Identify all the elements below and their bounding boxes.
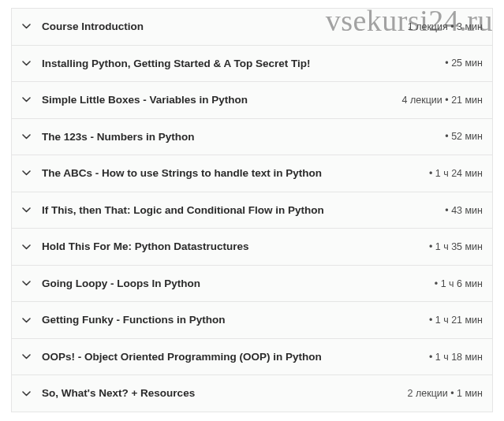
section-meta: • 52 мин xyxy=(445,131,483,142)
section-row[interactable]: So, What's Next? + Resources2 лекции • 1… xyxy=(11,374,493,412)
section-meta: • 25 мин xyxy=(445,58,483,69)
section-title: Hold This For Me: Python Datastructures xyxy=(42,240,249,254)
section-row-left: The 123s - Numbers in Python xyxy=(21,130,437,144)
section-title: Going Loopy - Loops In Python xyxy=(42,277,200,291)
section-row-left: OOPs! - Object Oriented Programming (OOP… xyxy=(21,350,421,364)
section-title: So, What's Next? + Resources xyxy=(42,386,195,401)
section-row-left: Hold This For Me: Python Datastructures xyxy=(21,240,421,254)
chevron-down-icon xyxy=(21,315,31,325)
section-title: OOPs! - Object Oriented Programming (OOP… xyxy=(42,350,322,364)
section-meta: • 43 мин xyxy=(445,205,483,216)
section-title: Getting Funky - Functions in Python xyxy=(42,313,226,327)
section-meta: • 1 ч 24 мин xyxy=(429,168,483,179)
chevron-down-icon xyxy=(21,242,31,251)
section-row[interactable]: Hold This For Me: Python Datastructures•… xyxy=(11,228,493,266)
section-row-left: The ABCs - How to use Strings to handle … xyxy=(21,166,421,181)
section-row-left: Getting Funky - Functions in Python xyxy=(21,313,421,327)
section-row-left: So, What's Next? + Resources xyxy=(21,386,400,401)
section-title: Simple Little Boxes - Variables in Pytho… xyxy=(42,93,248,107)
section-row-left: Going Loopy - Loops In Python xyxy=(21,277,427,291)
section-row[interactable]: Simple Little Boxes - Variables in Pytho… xyxy=(11,81,493,119)
section-meta: • 1 ч 6 мин xyxy=(435,278,483,289)
chevron-down-icon xyxy=(21,169,31,178)
section-title: The 123s - Numbers in Python xyxy=(42,130,195,144)
section-row-left: Installing Python, Getting Started & A T… xyxy=(21,57,437,71)
section-meta: • 1 ч 18 мин xyxy=(429,352,483,363)
section-row[interactable]: The ABCs - How to use Strings to handle … xyxy=(11,155,493,192)
section-row[interactable]: If This, then That: Logic and Conditiona… xyxy=(11,192,493,229)
section-title: The ABCs - How to use Strings to handle … xyxy=(42,166,322,181)
chevron-down-icon xyxy=(21,58,31,68)
section-row[interactable]: Getting Funky - Functions in Python• 1 ч… xyxy=(11,301,493,339)
course-section-list: Course Introduction1 лекция • 3 минInsta… xyxy=(11,8,493,412)
section-row-left: Course Introduction xyxy=(21,20,400,34)
section-row-left: If This, then That: Logic and Conditiona… xyxy=(21,203,437,218)
section-row[interactable]: Course Introduction1 лекция • 3 мин xyxy=(11,8,493,46)
chevron-down-icon xyxy=(21,279,31,289)
section-title: Installing Python, Getting Started & A T… xyxy=(42,57,311,71)
section-row-left: Simple Little Boxes - Variables in Pytho… xyxy=(21,93,394,107)
chevron-down-icon xyxy=(21,95,31,105)
chevron-down-icon xyxy=(21,132,31,141)
section-row[interactable]: Going Loopy - Loops In Python• 1 ч 6 мин xyxy=(11,265,493,303)
chevron-down-icon xyxy=(21,389,31,398)
section-meta: 2 лекции • 1 мин xyxy=(408,388,483,399)
chevron-down-icon xyxy=(21,352,31,362)
chevron-down-icon xyxy=(21,22,31,32)
section-title: If This, then That: Logic and Conditiona… xyxy=(42,203,324,218)
section-row[interactable]: Installing Python, Getting Started & A T… xyxy=(11,45,493,83)
section-row[interactable]: OOPs! - Object Oriented Programming (OOP… xyxy=(11,338,493,376)
section-meta: 4 лекции • 21 мин xyxy=(402,95,483,106)
section-meta: • 1 ч 21 мин xyxy=(429,315,483,326)
section-meta: 1 лекция • 3 мин xyxy=(408,21,483,32)
section-row[interactable]: The 123s - Numbers in Python• 52 мин xyxy=(11,118,493,156)
section-title: Course Introduction xyxy=(42,20,144,34)
chevron-down-icon xyxy=(21,206,31,215)
section-meta: • 1 ч 35 мин xyxy=(429,241,483,252)
